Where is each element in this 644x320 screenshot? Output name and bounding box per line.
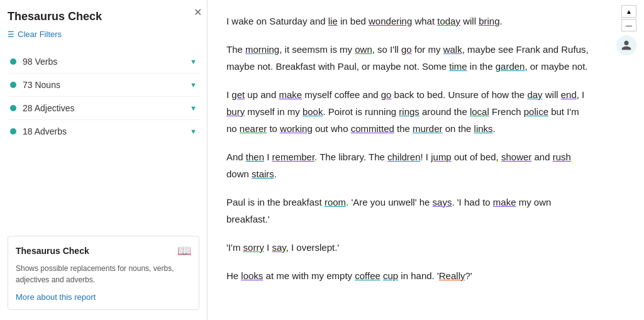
word-working[interactable]: working xyxy=(280,123,313,134)
text-content: I wake on Saturday and lie in bed wonder… xyxy=(226,13,591,284)
word-lie[interactable]: lie xyxy=(328,16,338,26)
word-get[interactable]: get xyxy=(231,89,245,100)
word-book[interactable]: book xyxy=(303,106,323,117)
panel-title: Thesaurus Check xyxy=(8,10,199,23)
clear-filters-button[interactable]: ☰ Clear Filters xyxy=(8,30,199,39)
chevron-nouns: ▼ xyxy=(190,81,197,89)
category-item-adverbs[interactable]: 18 Adverbs ▼ xyxy=(8,120,199,143)
word-local[interactable]: local xyxy=(470,106,489,117)
word-really[interactable]: Really xyxy=(439,270,465,281)
word-time[interactable]: time xyxy=(449,61,467,72)
category-item-verbs[interactable]: 98 Verbs ▼ xyxy=(8,50,199,74)
word-make2[interactable]: make xyxy=(493,197,516,207)
paragraph-4: And then I remember. The library. The ch… xyxy=(226,148,591,182)
category-label-nouns: 73 Nouns xyxy=(23,80,60,90)
dot-adjectives xyxy=(10,105,16,111)
word-committed[interactable]: committed xyxy=(351,123,394,134)
scroll-up-button[interactable]: ▲ xyxy=(621,5,636,18)
word-children[interactable]: children xyxy=(387,152,421,162)
clear-filters-label: Clear Filters xyxy=(18,30,62,39)
word-police[interactable]: police xyxy=(524,106,548,117)
chevron-verbs: ▼ xyxy=(190,58,197,65)
category-label-adverbs: 18 Adverbs xyxy=(23,126,67,136)
paragraph-3: I get up and make myself coffee and go b… xyxy=(226,86,591,137)
paragraph-6: 'I'm sorry I say, I overslept.' xyxy=(226,239,591,256)
word-day[interactable]: day xyxy=(527,89,542,100)
info-box: Thesaurus Check 📖 Shows possible replace… xyxy=(8,236,199,310)
category-label-verbs: 98 Verbs xyxy=(23,57,57,67)
word-go[interactable]: go xyxy=(401,44,412,55)
word-nearer[interactable]: nearer xyxy=(240,123,267,134)
word-rings[interactable]: rings xyxy=(399,106,419,117)
word-bring[interactable]: bring xyxy=(479,16,499,26)
word-make1[interactable]: make xyxy=(279,89,302,100)
word-remember[interactable]: remember xyxy=(272,152,315,162)
word-cup[interactable]: cup xyxy=(383,270,398,281)
paragraph-1: I wake on Saturday and lie in bed wonder… xyxy=(226,13,591,30)
dot-nouns xyxy=(10,82,16,88)
category-item-adjectives[interactable]: 28 Adjectives ▼ xyxy=(8,97,199,120)
category-label-adjectives: 28 Adjectives xyxy=(23,103,75,113)
word-rush[interactable]: rush xyxy=(553,152,571,162)
word-today[interactable]: today xyxy=(437,16,460,26)
close-button[interactable]: ✕ xyxy=(194,6,202,18)
avatar-button[interactable] xyxy=(616,35,636,55)
info-box-description: Shows possible replacements for nouns, v… xyxy=(16,263,191,285)
word-own[interactable]: own xyxy=(355,44,372,55)
word-then[interactable]: then xyxy=(246,152,264,162)
word-links[interactable]: links xyxy=(474,123,493,134)
paragraph-5: Paul is in the breakfast room. 'Are you … xyxy=(226,194,591,228)
paragraph-7: He looks at me with my empty coffee cup … xyxy=(226,267,591,284)
word-walk[interactable]: walk xyxy=(443,44,462,55)
word-sorry[interactable]: sorry xyxy=(243,242,264,253)
word-bury[interactable]: bury xyxy=(226,106,245,117)
more-about-report-link[interactable]: More about this report xyxy=(16,292,96,302)
word-end[interactable]: end xyxy=(561,89,577,100)
chevron-adverbs: ▼ xyxy=(190,128,197,135)
word-says[interactable]: says xyxy=(433,197,452,207)
scroll-down-button[interactable]: — xyxy=(621,19,636,31)
word-coffee[interactable]: coffee xyxy=(355,270,380,281)
word-murder[interactable]: murder xyxy=(413,123,443,134)
word-morning[interactable]: morning xyxy=(245,44,279,55)
category-list: 98 Verbs ▼ 73 Nouns ▼ 28 Adjectives ▼ 18… xyxy=(8,50,199,143)
dot-verbs xyxy=(10,58,16,65)
word-shower[interactable]: shower xyxy=(501,152,531,162)
category-item-nouns[interactable]: 73 Nouns ▼ xyxy=(8,74,199,97)
paragraph-2: The morning, it seemsm is my own, so I'l… xyxy=(226,41,591,75)
word-go2[interactable]: go xyxy=(381,89,392,100)
book-icon[interactable]: 📖 xyxy=(177,244,191,258)
word-jump[interactable]: jump xyxy=(431,152,452,162)
chevron-adjectives: ▼ xyxy=(190,104,197,112)
info-box-title: Thesaurus Check xyxy=(16,246,89,256)
word-wondering[interactable]: wondering xyxy=(369,16,412,26)
word-room[interactable]: room xyxy=(325,197,346,207)
word-garden[interactable]: garden xyxy=(496,61,525,72)
word-looks[interactable]: looks xyxy=(241,270,263,281)
word-stairs[interactable]: stairs xyxy=(252,168,274,179)
word-say[interactable]: say xyxy=(272,242,286,253)
dot-adverbs xyxy=(10,128,16,135)
filter-icon: ☰ xyxy=(8,30,14,39)
